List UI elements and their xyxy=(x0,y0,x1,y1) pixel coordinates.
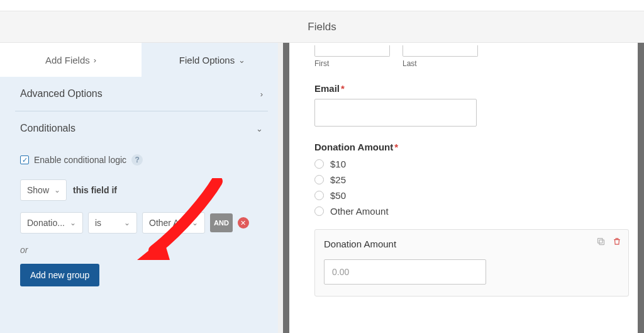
last-name-input[interactable] xyxy=(402,45,478,57)
accordion-advanced-options[interactable]: Advanced Options › xyxy=(15,77,268,111)
selected-field-label: Donation Amount xyxy=(324,239,396,249)
rule-value-select[interactable]: Other A... ⌄ xyxy=(142,212,205,234)
accordion-conditionals-label: Conditionals xyxy=(20,123,75,134)
chevron-down-icon: ⌄ xyxy=(54,186,60,195)
form-preview: First Last Email * Donat xyxy=(314,43,629,333)
trash-icon[interactable] xyxy=(612,236,622,246)
duplicate-icon[interactable] xyxy=(596,236,606,246)
required-mark: * xyxy=(341,83,345,94)
chevron-right-icon: › xyxy=(94,55,96,65)
panel-header: Fields xyxy=(0,11,644,43)
email-label: Email xyxy=(314,83,340,94)
donation-option-label: $25 xyxy=(330,174,346,185)
svg-rect-1 xyxy=(599,240,604,245)
tab-field-options-label: Field Options xyxy=(179,55,235,65)
chevron-down-icon: ⌄ xyxy=(238,55,245,65)
radio-icon xyxy=(314,175,324,184)
selected-field-card[interactable]: Donation Amount 0.00 xyxy=(314,229,629,296)
tab-add-fields[interactable]: Add Fields › xyxy=(0,43,142,77)
enable-conditional-checkbox[interactable]: ✓ xyxy=(20,155,29,164)
rule-operator-select[interactable]: is ⌄ xyxy=(88,212,137,234)
donation-amount-label: Donation Amount xyxy=(314,142,393,152)
rule-value-value: Other A... xyxy=(149,218,186,228)
donation-number-placeholder: 0.00 xyxy=(332,267,349,277)
chevron-down-icon: ⌄ xyxy=(70,218,76,227)
donation-option-25[interactable]: $25 xyxy=(314,174,629,185)
first-name-input[interactable] xyxy=(314,45,390,57)
topbar-strip xyxy=(0,0,644,11)
conditional-field-if-text: this field if xyxy=(73,185,117,195)
rule-and-button[interactable]: AND xyxy=(210,213,233,232)
right-edge xyxy=(638,43,644,333)
pane-divider[interactable] xyxy=(283,43,289,333)
accordion-advanced-label: Advanced Options xyxy=(20,88,103,99)
add-new-group-label: Add new group xyxy=(30,270,89,280)
rule-field-select[interactable]: Donatio... ⌄ xyxy=(20,212,83,234)
add-new-group-button[interactable]: Add new group xyxy=(20,264,99,286)
donation-option-label: Other Amount xyxy=(330,206,389,217)
conditional-action-select[interactable]: Show ⌄ xyxy=(20,179,67,201)
preview-right-fill xyxy=(629,43,638,333)
sidebar: Add Fields › Field Options ⌄ Advanced Op… xyxy=(0,43,283,333)
close-icon: ✕ xyxy=(240,219,246,227)
conditional-action-value: Show xyxy=(27,185,49,195)
first-name-sublabel: First xyxy=(314,57,390,68)
chevron-down-icon: ⌄ xyxy=(192,218,198,227)
donation-number-input[interactable]: 0.00 xyxy=(324,259,486,285)
radio-icon xyxy=(314,159,324,169)
tab-add-fields-label: Add Fields xyxy=(45,55,90,65)
chevron-down-icon: ⌄ xyxy=(124,218,130,227)
chevron-down-icon: ⌄ xyxy=(256,124,263,133)
email-input[interactable] xyxy=(314,99,477,127)
preview-gutter xyxy=(289,43,314,333)
enable-conditional-label: Enable conditional logic xyxy=(34,155,126,165)
accordion-conditionals[interactable]: Conditionals ⌄ xyxy=(15,111,268,145)
rule-operator-value: is xyxy=(95,218,101,228)
tab-field-options[interactable]: Field Options ⌄ xyxy=(142,43,283,77)
donation-option-50[interactable]: $50 xyxy=(314,190,629,201)
radio-icon xyxy=(314,206,324,216)
sidebar-scrollbar[interactable] xyxy=(278,43,283,333)
last-name-sublabel: Last xyxy=(402,57,478,68)
donation-option-label: $10 xyxy=(330,159,346,169)
required-mark: * xyxy=(394,142,398,152)
rule-or-label: or xyxy=(20,242,263,264)
help-icon[interactable]: ? xyxy=(131,154,143,166)
radio-icon xyxy=(314,191,324,200)
donation-option-other[interactable]: Other Amount xyxy=(314,206,629,217)
chevron-right-icon: › xyxy=(260,89,263,99)
rule-delete-button[interactable]: ✕ xyxy=(238,217,249,229)
donation-option-10[interactable]: $10 xyxy=(314,159,629,169)
panel-title: Fields xyxy=(308,21,336,33)
rule-field-value: Donatio... xyxy=(27,218,65,228)
svg-rect-2 xyxy=(597,238,602,243)
donation-option-label: $50 xyxy=(330,190,346,201)
